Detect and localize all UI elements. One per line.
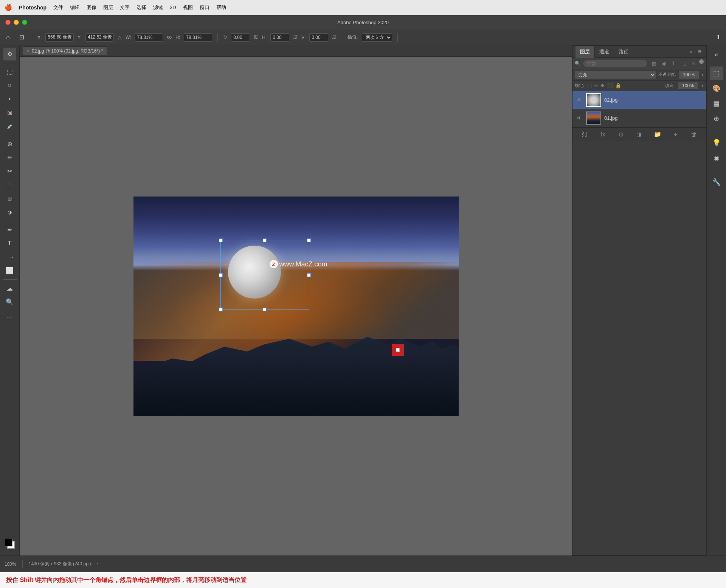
tool-zoom[interactable]: 🔍	[3, 296, 16, 308]
menu-select[interactable]: 选择	[137, 4, 146, 11]
link-proportions-icon[interactable]: ∞	[167, 33, 172, 41]
tab-channels[interactable]: 通道	[595, 46, 614, 58]
panel-menu-icon[interactable]: ≡	[697, 48, 703, 55]
tab-close[interactable]: ×	[27, 48, 29, 54]
menu-window[interactable]: 窗口	[200, 4, 209, 11]
menu-3d[interactable]: 3D	[170, 5, 176, 10]
layers-search-input[interactable]	[583, 60, 648, 67]
w-input[interactable]	[135, 33, 163, 42]
status-arrow[interactable]: ›	[97, 562, 98, 567]
tool-pen[interactable]: ✒	[3, 223, 16, 236]
tool-gradient[interactable]: ▥	[3, 192, 16, 205]
filter-shape-icon[interactable]: ⬚	[679, 59, 688, 68]
tool-eyedropper[interactable]: 💉	[3, 120, 16, 133]
tool-sep1	[3, 63, 17, 63]
color-icon-btn[interactable]: 🎨	[710, 82, 723, 95]
tool-dodge[interactable]: ◑	[3, 206, 16, 218]
tool-quick-select[interactable]: ⚬	[3, 93, 16, 105]
x-input[interactable]	[45, 33, 74, 42]
tool-lasso[interactable]: ○	[3, 79, 16, 92]
filter-adjustment-icon[interactable]: ◉	[660, 59, 668, 68]
apple-menu[interactable]: 🍎	[5, 4, 12, 11]
blend-mode-select[interactable]: 变亮	[575, 71, 656, 79]
lock-paint-icon[interactable]: ✏	[594, 83, 598, 88]
tool-eraser[interactable]: ◻	[3, 178, 16, 191]
panel-expand-icon[interactable]: »	[687, 49, 695, 55]
lock-position-icon[interactable]: ✥	[600, 83, 605, 88]
home-icon[interactable]: ⌂	[3, 32, 13, 42]
x-label: X:	[37, 35, 42, 40]
menu-edit[interactable]: 编辑	[70, 4, 80, 11]
properties-icon-btn[interactable]: 🔧	[710, 175, 723, 189]
layer-mask-btn[interactable]: ⊙	[616, 130, 626, 139]
tool-heal[interactable]: ⊕	[3, 138, 16, 150]
transform-icon[interactable]: ⊡	[17, 32, 26, 42]
layer-fx-btn[interactable]: fx	[598, 130, 608, 139]
y-input[interactable]	[85, 33, 114, 42]
tool-text[interactable]: T	[3, 237, 16, 250]
adjustment-icon-btn[interactable]: ⊕	[710, 112, 723, 125]
h-input[interactable]	[184, 33, 212, 42]
export-icon[interactable]: ⬆	[713, 32, 723, 42]
sep2	[217, 33, 218, 42]
filter-text-icon[interactable]: T	[670, 59, 678, 68]
app-window: 🍎 Photoshop 文件 编辑 图像 图层 文字 选择 滤镜 3D 视图 窗…	[0, 0, 726, 588]
tool-marquee[interactable]: ⬚	[3, 65, 16, 78]
blend-mode-row: 变亮 不透明度: ▾	[572, 69, 706, 80]
layer-visibility-0[interactable]: 👁	[576, 96, 583, 104]
menu-help[interactable]: 帮助	[216, 4, 226, 11]
layers-icon-btn[interactable]: ⬚	[710, 67, 723, 80]
tool-clone[interactable]: ✂	[3, 165, 16, 178]
layer-visibility-1[interactable]: 👁	[576, 115, 583, 122]
close-button[interactable]	[5, 20, 11, 25]
tool-brush[interactable]: ✏	[3, 151, 16, 164]
tool-hand[interactable]: ☁	[3, 282, 16, 295]
menu-layer[interactable]: 图层	[103, 4, 113, 11]
menu-view[interactable]: 视图	[183, 4, 193, 11]
minimize-button[interactable]	[14, 20, 19, 25]
fill-input[interactable]	[678, 82, 698, 90]
tool-path-select[interactable]: ⟶	[3, 251, 16, 263]
tool-move[interactable]: ✥	[3, 48, 16, 60]
menu-image[interactable]: 图像	[87, 4, 96, 11]
swatches-icon-btn[interactable]: ▦	[710, 97, 723, 110]
maximize-button[interactable]	[22, 20, 27, 25]
tool-more[interactable]: …	[3, 309, 16, 322]
lock-artboard-icon[interactable]: ⬛	[607, 83, 613, 88]
background-color[interactable]	[5, 539, 12, 546]
tab-paths[interactable]: 路径	[614, 46, 633, 58]
document-tab[interactable]: × 02.jpg @ 100% (02.jpg, RGB/16*) *	[23, 46, 107, 55]
fill-chevron[interactable]: ▾	[701, 83, 704, 88]
opacity-chevron[interactable]: ▾	[701, 72, 704, 77]
layer-delete-btn[interactable]: 🗑	[689, 130, 699, 139]
tool-crop[interactable]: ⊠	[3, 106, 16, 119]
tool-sep2	[3, 135, 17, 135]
tool-shape[interactable]: ⬜	[3, 264, 16, 277]
rotation-input[interactable]	[231, 33, 250, 42]
opacity-input[interactable]	[678, 71, 699, 79]
v-skew-input[interactable]	[309, 33, 328, 42]
collapse-all-btn[interactable]: «	[710, 48, 723, 61]
tab-layers[interactable]: 图层	[576, 46, 595, 58]
h-label: H:	[175, 35, 180, 40]
filter-smart-icon[interactable]: ⊡	[689, 59, 698, 68]
layer-thumb-1	[586, 111, 601, 125]
layer-item[interactable]: 👁 02.jpg	[572, 91, 706, 109]
layer-item[interactable]: 👁 01.jpg	[572, 109, 706, 127]
canvas-image[interactable]: Z www.MacZ.com	[133, 197, 459, 416]
layer-adjustment-btn[interactable]: ◑	[634, 130, 644, 139]
h-skew-input[interactable]	[270, 33, 289, 42]
canvas-area[interactable]: × 02.jpg @ 100% (02.jpg, RGB/16*) *	[20, 45, 572, 556]
menu-file[interactable]: 文件	[53, 4, 63, 11]
history-icon-btn[interactable]: 💡	[710, 136, 723, 150]
layer-link-btn[interactable]: ⛓	[580, 130, 589, 139]
filter-pixel-icon[interactable]: ▦	[650, 59, 658, 68]
menu-filter[interactable]: 滤镜	[153, 4, 163, 11]
layer-new-btn[interactable]: +	[671, 130, 681, 139]
lock-all-icon[interactable]: 🔒	[615, 83, 621, 88]
info-icon-btn[interactable]: ◉	[710, 151, 723, 165]
lock-pixels-icon[interactable]: ⬚	[587, 83, 592, 88]
interp-select[interactable]: 两次立方	[362, 33, 392, 42]
layer-folder-btn[interactable]: 📁	[653, 130, 662, 139]
menu-text[interactable]: 文字	[120, 4, 130, 11]
